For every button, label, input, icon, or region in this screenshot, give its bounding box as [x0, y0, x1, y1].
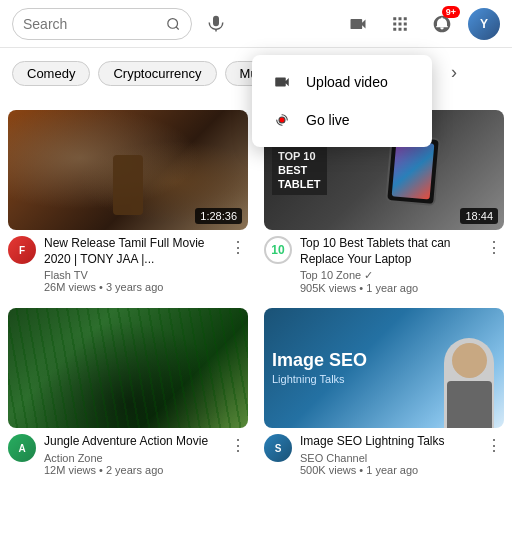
- chevron-right-icon[interactable]: ›: [451, 62, 457, 83]
- upload-video-item[interactable]: Upload video: [252, 63, 432, 101]
- channel-avatar-2: A: [8, 434, 36, 462]
- video-info-1: 10 Top 10 Best Tablets that can Replace …: [264, 236, 504, 294]
- video-title-2: Jungle Adventure Action Movie: [44, 434, 220, 450]
- channel-avatar-3: S: [264, 434, 292, 462]
- upload-button[interactable]: [342, 8, 374, 40]
- svg-rect-2: [399, 17, 402, 20]
- header-icons: 9+ Y: [342, 8, 500, 40]
- video-stats-1: 905K views • 1 year ago: [300, 282, 476, 294]
- go-live-label: Go live: [306, 112, 350, 128]
- mic-button[interactable]: [200, 8, 232, 40]
- more-options-0[interactable]: ⋮: [228, 236, 248, 259]
- chip-comedy[interactable]: Comedy: [12, 61, 90, 86]
- seo-title: Image SEO: [272, 351, 367, 371]
- notifications-button[interactable]: 9+: [426, 8, 458, 40]
- video-stats-0: 26M views • 3 years ago: [44, 281, 220, 293]
- video-meta-0: New Release Tamil Full Movie 2020 | TONY…: [44, 236, 220, 293]
- upload-video-label: Upload video: [306, 74, 388, 90]
- header: 9+ Y: [0, 0, 512, 48]
- video-channel-0: Flash TV: [44, 269, 220, 281]
- svg-point-0: [168, 18, 178, 28]
- video-info-2: A Jungle Adventure Action Movie Action Z…: [8, 434, 248, 476]
- person-head: [452, 343, 487, 378]
- video-grid: 1:28:36 F New Release Tamil Full Movie 2…: [0, 98, 512, 486]
- video-channel-1: Top 10 Zone ✓: [300, 269, 476, 282]
- dropdown-menu: Upload video Go live: [252, 55, 432, 147]
- svg-rect-4: [393, 22, 396, 25]
- channel-avatar-1: 10: [264, 236, 292, 264]
- svg-rect-9: [404, 27, 407, 30]
- svg-rect-5: [399, 22, 402, 25]
- tablet-screen: [392, 140, 435, 199]
- upload-video-icon: [272, 73, 292, 91]
- video-meta-1: Top 10 Best Tablets that can Replace You…: [300, 236, 476, 294]
- seo-subtitle: Lightning Talks: [272, 373, 367, 385]
- video-stats-2: 12M views • 2 years ago: [44, 464, 220, 476]
- video-info-3: S Image SEO Lightning Talks SEO Channel …: [264, 434, 504, 476]
- svg-rect-3: [404, 17, 407, 20]
- video-info-0: F New Release Tamil Full Movie 2020 | TO…: [8, 236, 248, 293]
- video-title-0: New Release Tamil Full Movie 2020 | TONY…: [44, 236, 220, 267]
- go-live-item[interactable]: Go live: [252, 101, 432, 139]
- svg-rect-1: [393, 17, 396, 20]
- more-options-3[interactable]: ⋮: [484, 434, 504, 457]
- avatar[interactable]: Y: [468, 8, 500, 40]
- svg-rect-7: [393, 27, 396, 30]
- notification-badge: 9+: [442, 6, 460, 18]
- top10-text: TOP 10BESTTABLET: [272, 145, 327, 196]
- search-icon[interactable]: [166, 16, 181, 32]
- video-stats-3: 500K views • 1 year ago: [300, 464, 476, 476]
- mic-icon: [207, 15, 225, 33]
- video-card-2[interactable]: A Jungle Adventure Action Movie Action Z…: [0, 300, 256, 482]
- search-bar[interactable]: [12, 8, 192, 40]
- more-options-2[interactable]: ⋮: [228, 434, 248, 457]
- upload-video-icon: [348, 14, 368, 34]
- svg-rect-6: [404, 22, 407, 25]
- live-icon: [272, 111, 292, 129]
- seo-text-overlay: Image SEO Lightning Talks: [272, 351, 367, 385]
- thumbnail-0: 1:28:36: [8, 110, 248, 230]
- duration-badge-1: 18:44: [460, 208, 498, 224]
- video-channel-2: Action Zone: [44, 452, 220, 464]
- video-meta-3: Image SEO Lightning Talks SEO Channel 50…: [300, 434, 476, 476]
- verified-badge-1: ✓: [364, 269, 373, 281]
- video-channel-3: SEO Channel: [300, 452, 476, 464]
- video-title-3: Image SEO Lightning Talks: [300, 434, 476, 450]
- chip-cryptocurrency[interactable]: Cryptocurrency: [98, 61, 216, 86]
- search-input[interactable]: [23, 16, 166, 32]
- channel-avatar-0: F: [8, 236, 36, 264]
- video-card-0[interactable]: 1:28:36 F New Release Tamil Full Movie 2…: [0, 102, 256, 300]
- thumbnail-3: Image SEO Lightning Talks: [264, 308, 504, 428]
- apps-button[interactable]: [384, 8, 416, 40]
- duration-badge-0: 1:28:36: [195, 208, 242, 224]
- video-title-1: Top 10 Best Tablets that can Replace You…: [300, 236, 476, 267]
- video-meta-2: Jungle Adventure Action Movie Action Zon…: [44, 434, 220, 476]
- person-body: [447, 381, 492, 428]
- video-card-3[interactable]: Image SEO Lightning Talks S Image SEO Li…: [256, 300, 512, 482]
- svg-rect-8: [399, 27, 402, 30]
- person-silhouette: [444, 338, 494, 428]
- more-options-1[interactable]: ⋮: [484, 236, 504, 259]
- grid-icon: [391, 15, 409, 33]
- thumbnail-2: [8, 308, 248, 428]
